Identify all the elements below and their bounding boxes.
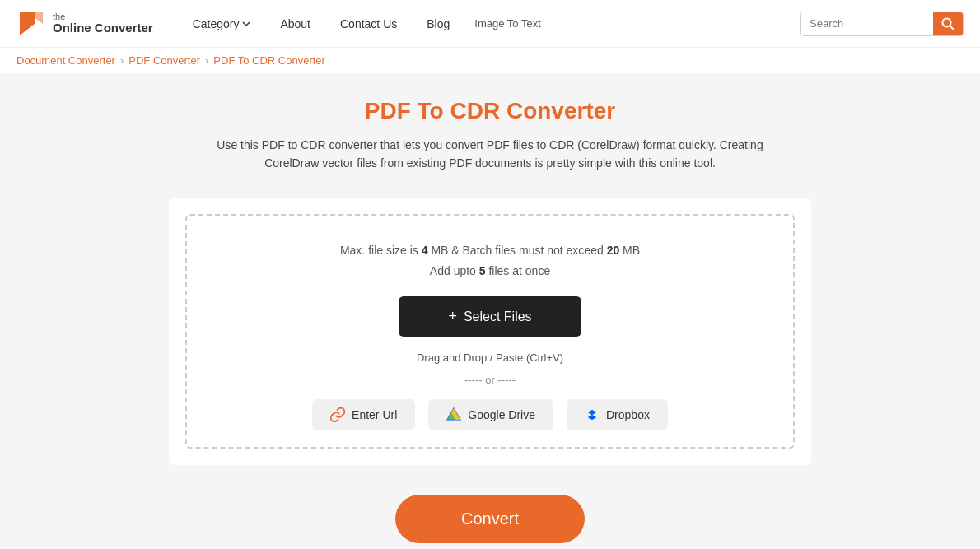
dropbox-icon [585,407,600,422]
breadcrumb-sep-2: › [205,54,208,67]
upload-box: Max. file size is 4 MB & Batch files mus… [185,214,795,449]
breadcrumb-document-converter[interactable]: Document Converter [16,54,115,67]
nav-item-category[interactable]: Category [178,17,266,30]
google-drive-button[interactable]: Google Drive [428,399,553,430]
select-files-button[interactable]: + Select Files [399,296,581,337]
nav-item-blog[interactable]: Blog [412,17,464,30]
svg-point-2 [943,18,951,26]
breadcrumb: Document Converter › PDF Converter › PDF… [0,48,980,73]
nav-item-contact[interactable]: Contact Us [325,17,412,30]
nav-item-image-to-text[interactable]: Image To Text [464,17,550,30]
logo-main: Online Converter [53,21,153,35]
or-divider: ----- or ----- [464,374,516,386]
logo-text: the Online Converter [53,12,153,35]
cloud-buttons: Enter Url Google Drive [312,399,668,430]
file-info: Max. file size is 4 MB & Batch files mus… [340,240,640,281]
chevron-down-icon [242,20,250,28]
nav-item-about[interactable]: About [265,17,325,30]
search-icon [941,17,954,30]
breadcrumb-pdf-converter[interactable]: PDF Converter [128,54,200,67]
logo-icon [16,9,46,39]
svg-line-3 [950,26,954,30]
enter-url-button[interactable]: Enter Url [312,399,415,430]
dropbox-label: Dropbox [606,408,650,421]
search-button[interactable] [933,12,963,35]
page-title: PDF To CDR Converter [365,98,615,124]
breadcrumb-current: PDF To CDR Converter [213,54,325,67]
enter-url-label: Enter Url [352,408,397,421]
select-files-label: Select Files [464,309,532,324]
logo[interactable]: the Online Converter [16,9,153,39]
main-nav: Category About Contact Us Blog Image To … [178,17,800,30]
search-input[interactable] [801,12,933,35]
dropbox-button[interactable]: Dropbox [567,399,668,430]
plus-icon: + [448,308,457,325]
convert-label: Convert [461,509,519,528]
google-drive-icon [446,407,461,422]
breadcrumb-sep-1: › [120,54,124,67]
search-box [800,12,964,36]
header: the Online Converter Category About Cont… [0,0,980,48]
drag-drop-text: Drag and Drop / Paste (Ctrl+V) [417,351,563,364]
page-description: Use this PDF to CDR converter that lets … [202,136,778,173]
svg-marker-0 [20,12,35,35]
link-icon [330,407,345,422]
main-content: PDF To CDR Converter Use this PDF to CDR… [0,73,980,549]
google-drive-label: Google Drive [468,408,535,421]
upload-container: Max. file size is 4 MB & Batch files mus… [169,198,811,465]
svg-marker-9 [588,410,596,420]
convert-button[interactable]: Convert [395,495,585,543]
